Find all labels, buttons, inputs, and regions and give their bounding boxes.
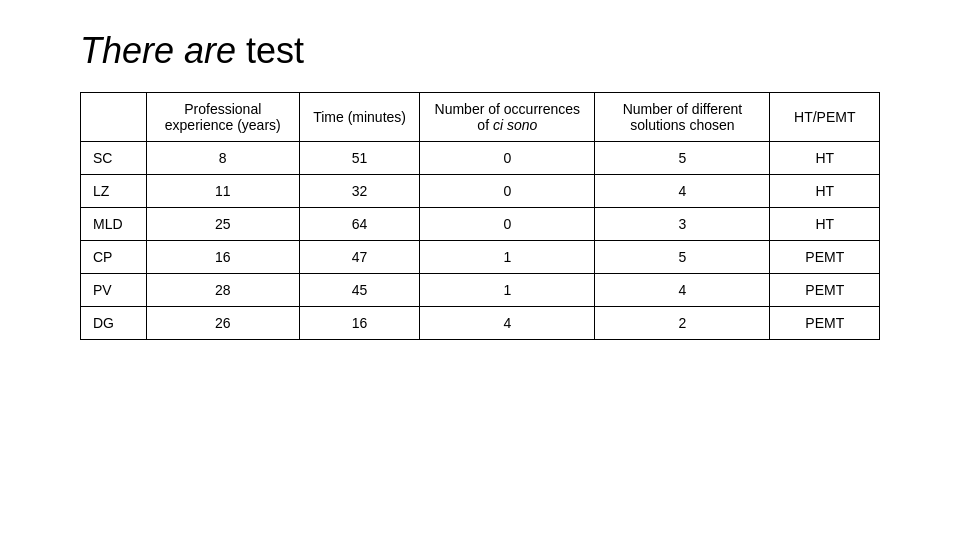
cell-id: LZ bbox=[81, 175, 147, 208]
cell-occurrences: 1 bbox=[420, 274, 595, 307]
cell-time: 45 bbox=[299, 274, 419, 307]
header-participant bbox=[81, 93, 147, 142]
cell-professional-exp: 16 bbox=[146, 241, 299, 274]
cell-htpemt: HT bbox=[770, 142, 880, 175]
cell-time: 51 bbox=[299, 142, 419, 175]
cell-occurrences: 0 bbox=[420, 208, 595, 241]
cell-htpemt: PEMT bbox=[770, 274, 880, 307]
cell-occurrences: 0 bbox=[420, 175, 595, 208]
cell-time: 16 bbox=[299, 307, 419, 340]
cell-professional-exp: 11 bbox=[146, 175, 299, 208]
title-normal: test bbox=[246, 30, 304, 71]
cell-solutions: 4 bbox=[595, 175, 770, 208]
cell-id: SC bbox=[81, 142, 147, 175]
cell-solutions: 4 bbox=[595, 274, 770, 307]
cell-id: MLD bbox=[81, 208, 147, 241]
cell-solutions: 5 bbox=[595, 241, 770, 274]
table-row: LZ113204HT bbox=[81, 175, 880, 208]
header-htpemt: HT/PEMT bbox=[770, 93, 880, 142]
cell-occurrences: 4 bbox=[420, 307, 595, 340]
table-header-row: Professional experience (years) Time (mi… bbox=[81, 93, 880, 142]
cell-professional-exp: 25 bbox=[146, 208, 299, 241]
cell-htpemt: HT bbox=[770, 175, 880, 208]
cell-id: PV bbox=[81, 274, 147, 307]
cell-occurrences: 0 bbox=[420, 142, 595, 175]
cell-professional-exp: 28 bbox=[146, 274, 299, 307]
header-occurrences: Number of occurrences of ci sono bbox=[420, 93, 595, 142]
table-row: PV284514PEMT bbox=[81, 274, 880, 307]
cell-htpemt: PEMT bbox=[770, 307, 880, 340]
header-time: Time (minutes) bbox=[299, 93, 419, 142]
cell-htpemt: PEMT bbox=[770, 241, 880, 274]
cell-time: 47 bbox=[299, 241, 419, 274]
cell-time: 64 bbox=[299, 208, 419, 241]
table-row: CP164715PEMT bbox=[81, 241, 880, 274]
header-professional: Professional experience (years) bbox=[146, 93, 299, 142]
page-title: There are test bbox=[80, 30, 304, 72]
cell-time: 32 bbox=[299, 175, 419, 208]
cell-professional-exp: 26 bbox=[146, 307, 299, 340]
title-italic: There are bbox=[80, 30, 236, 71]
table-row: SC85105HT bbox=[81, 142, 880, 175]
cell-occurrences: 1 bbox=[420, 241, 595, 274]
header-solutions: Number of different solutions chosen bbox=[595, 93, 770, 142]
cell-solutions: 2 bbox=[595, 307, 770, 340]
cell-professional-exp: 8 bbox=[146, 142, 299, 175]
cell-htpemt: HT bbox=[770, 208, 880, 241]
table-row: DG261642PEMT bbox=[81, 307, 880, 340]
cell-id: CP bbox=[81, 241, 147, 274]
data-table: Professional experience (years) Time (mi… bbox=[80, 92, 880, 340]
cell-solutions: 3 bbox=[595, 208, 770, 241]
table-row: MLD256403HT bbox=[81, 208, 880, 241]
page-container: There are test Professional experience (… bbox=[0, 0, 960, 540]
cell-id: DG bbox=[81, 307, 147, 340]
cell-solutions: 5 bbox=[595, 142, 770, 175]
